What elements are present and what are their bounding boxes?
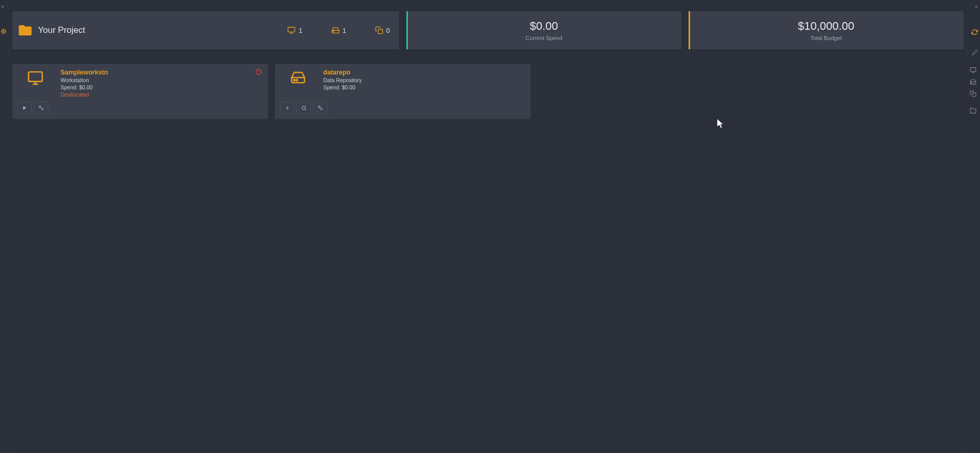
search-icon <box>301 105 307 111</box>
project-title: Your Project <box>38 25 85 35</box>
cogs-icon <box>317 105 323 111</box>
svg-rect-1 <box>970 68 976 72</box>
download-icon <box>285 105 290 110</box>
card-title[interactable]: Sampleworkstn <box>61 69 261 76</box>
cogs-icon <box>38 105 44 111</box>
svg-rect-10 <box>378 29 383 34</box>
total-budget-panel: $10,000.00 Total Budget <box>689 11 964 49</box>
add-workstation-button[interactable] <box>970 67 978 73</box>
workstation-count-value: 1 <box>299 27 302 34</box>
monitor-icon <box>26 70 45 86</box>
project-title-group: Your Project <box>17 24 85 37</box>
workstation-card: Sampleworkstn Workstation Spend: $0.00 D… <box>12 64 268 119</box>
svg-point-19 <box>42 108 43 110</box>
svg-point-20 <box>293 80 295 81</box>
top-summary-row: Your Project 1 1 <box>8 0 968 49</box>
add-repo-button[interactable] <box>970 79 978 85</box>
card-info: datarepo Data Repository Spend: $0.00 <box>323 69 523 98</box>
clone-icon <box>970 90 978 97</box>
card-actions <box>280 102 523 114</box>
card-spend: Spend: $0.00 <box>323 84 523 90</box>
drive-icon <box>970 79 978 85</box>
refresh-button[interactable] <box>971 29 978 35</box>
clone-count-value: 0 <box>386 27 390 34</box>
current-spend-label: Current Spend <box>525 35 562 41</box>
card-status: Deallocated <box>61 91 261 98</box>
main-content: Your Project 1 1 <box>8 0 968 453</box>
card-spend: Spend: $0.00 <box>61 84 261 90</box>
data-repository-card: datarepo Data Repository Spend: $0.00 <box>275 64 531 119</box>
status-error-icon <box>256 69 262 75</box>
svg-point-26 <box>321 108 322 110</box>
folder-icon <box>17 24 33 37</box>
card-icon <box>280 69 316 98</box>
project-stats: 1 1 0 <box>287 26 390 34</box>
monitor-icon <box>970 67 978 73</box>
expand-left-sidebar-button[interactable]: » <box>1 3 4 9</box>
total-budget-value: $10,000.00 <box>798 20 854 33</box>
play-icon <box>22 105 27 110</box>
edit-button[interactable] <box>972 49 978 55</box>
gear-icon <box>1 29 6 34</box>
svg-rect-6 <box>288 27 295 32</box>
folder-open-icon <box>970 107 978 114</box>
svg-point-18 <box>40 106 41 108</box>
monitor-icon <box>287 26 296 34</box>
svg-line-24 <box>305 109 306 110</box>
card-title[interactable]: datarepo <box>323 69 523 76</box>
drive-icon <box>289 70 307 85</box>
clone-count: 0 <box>375 26 390 34</box>
total-budget-label: Total Budget <box>810 35 841 41</box>
svg-rect-11 <box>29 72 43 82</box>
workstation-count: 1 <box>287 26 302 34</box>
svg-point-0 <box>3 31 5 32</box>
card-icon <box>17 69 53 98</box>
settings-button[interactable] <box>34 102 48 114</box>
right-sidebar-collapsed: « <box>968 0 980 453</box>
current-spend-value: $0.00 <box>530 20 558 33</box>
repo-count-value: 1 <box>343 27 346 34</box>
resource-cards-row: Sampleworkstn Workstation Spend: $0.00 D… <box>8 49 968 119</box>
card-type: Data Repository <box>323 77 523 83</box>
clone-icon <box>375 26 383 34</box>
svg-point-23 <box>302 106 305 109</box>
repo-count: 1 <box>331 26 346 34</box>
drive-icon <box>331 26 340 34</box>
search-button[interactable] <box>297 102 311 114</box>
chevron-left-icon: « <box>975 3 978 9</box>
card-info: Sampleworkstn Workstation Spend: $0.00 D… <box>61 69 261 98</box>
svg-point-25 <box>319 106 320 108</box>
current-spend-panel: $0.00 Current Spend <box>406 11 681 49</box>
left-rail-settings-button[interactable] <box>1 29 6 34</box>
download-button[interactable] <box>280 102 295 114</box>
project-summary-panel: Your Project 1 1 <box>12 11 399 49</box>
chevron-right-icon: » <box>1 3 4 9</box>
settings-button[interactable] <box>313 102 327 114</box>
start-button[interactable] <box>17 102 32 114</box>
svg-marker-17 <box>23 106 26 110</box>
right-rail-icons <box>970 67 978 114</box>
refresh-icon <box>971 29 978 35</box>
folder-open-button[interactable] <box>970 107 978 114</box>
svg-rect-5 <box>972 93 976 97</box>
expand-right-sidebar-button[interactable]: « <box>975 3 978 9</box>
card-actions <box>17 102 261 114</box>
svg-point-21 <box>296 80 298 81</box>
svg-point-4 <box>971 83 972 83</box>
add-clone-button[interactable] <box>970 90 978 97</box>
card-type: Workstation <box>61 77 261 83</box>
left-sidebar-collapsed: » <box>0 0 8 453</box>
svg-point-9 <box>333 31 334 32</box>
pencil-icon <box>972 49 978 55</box>
